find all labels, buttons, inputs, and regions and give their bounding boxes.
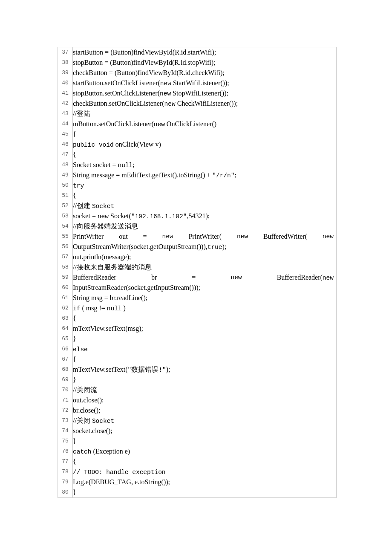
code-line: mTextView.setText("数据错误!"); [73,364,336,375]
line-number: 66 [58,344,72,354]
line-number: 51 [58,191,72,201]
code-line: startButton.setOnClickListener(new Start… [73,78,336,88]
code-line: { [73,313,336,324]
code-line: stopButton.setOnClickListener(new StopWi… [73,88,336,98]
line-number: 40 [58,78,72,88]
line-number: 43 [58,109,72,119]
line-number: 75 [58,436,72,446]
line-number: 79 [58,477,72,487]
code-line: out.close(); [73,395,336,405]
line-number: 42 [58,98,72,109]
line-number: 60 [58,283,72,293]
line-number: 53 [58,211,72,221]
code-line: startButton = (Button)findViewById(R.id.… [73,47,336,58]
line-number: 50 [58,180,72,191]
code-line: { [73,129,336,139]
line-number-gutter: 3738394041424344454647484950515253545556… [58,47,73,498]
code-line: if ( msg != null ) [73,303,336,313]
line-number: 73 [58,416,72,426]
code-line: out.println(message); [73,252,336,262]
line-number: 64 [58,324,72,334]
code-line: { [73,191,336,201]
code-line: String msg = br.readLine(); [73,293,336,303]
code-line: //创建 Socket [73,201,336,211]
code-line: catch (Exception e) [73,446,336,457]
code-line: OutputStreamWriter(socket.getOutputStrea… [73,242,336,252]
code-line: br.close(); [73,405,336,416]
line-number: 55 [58,231,72,242]
line-number: 57 [58,252,72,262]
code-line: checkButton.setOnClickListener(new Check… [73,98,336,109]
code-line: { [73,354,336,364]
code-line: //接收来自服务器端的消息 [73,262,336,272]
code-block: 3738394041424344454647484950515253545556… [58,47,337,498]
line-number: 71 [58,395,72,405]
code-line: { [73,150,336,160]
code-line: //关闭 Socket [73,416,336,426]
line-number: 44 [58,119,72,129]
line-number: 37 [58,47,72,58]
code-line: stopButton = (Button)findViewById(R.id.s… [73,58,336,68]
page: 3738394041424344454647484950515253545556… [0,0,392,532]
code-line: String message = mEditText.getText().toS… [73,170,336,180]
line-number: 47 [58,150,72,160]
code-line: else [73,344,336,354]
line-number: 68 [58,364,72,375]
code-line: Log.e(DEBUG_TAG, e.toString()); [73,477,336,487]
line-number: 65 [58,334,72,344]
line-number: 69 [58,375,72,385]
code-line: } [73,487,336,497]
code-content: startButton = (Button)findViewById(R.id.… [73,47,337,498]
code-line: mButton.setOnClickListener(new OnClickLi… [73,119,336,129]
code-line: //关闭流 [73,385,336,395]
code-line: BufferedReaderbr=newBufferedReader(new [73,272,336,283]
code-line: PrintWriterout=newPrintWriter(newBuffere… [73,231,336,242]
line-number: 49 [58,170,72,180]
code-line: { [73,457,336,467]
line-number: 39 [58,68,72,78]
code-line: socket.close(); [73,426,336,436]
line-number: 70 [58,385,72,395]
line-number: 76 [58,446,72,457]
line-number: 56 [58,242,72,252]
code-line: socket = new Socket("192.168.1.102",5432… [73,211,336,221]
line-number: 41 [58,88,72,98]
line-number: 80 [58,487,72,497]
code-line: checkButton = (Button)findViewById(R.id.… [73,68,336,78]
code-line: } [73,334,336,344]
line-number: 45 [58,129,72,139]
code-line: //登陆 [73,109,336,119]
line-number: 48 [58,160,72,170]
line-number: 77 [58,457,72,467]
code-line: public void onClick(View v) [73,139,336,150]
line-number: 54 [58,221,72,231]
line-number: 67 [58,354,72,364]
code-line: InputStreamReader(socket.getInputStream(… [73,283,336,293]
code-line: } [73,436,336,446]
line-number: 63 [58,313,72,324]
line-number: 52 [58,201,72,211]
line-number: 62 [58,303,72,313]
code-line: Socket socket = null; [73,160,336,170]
code-line: //向服务器端发送消息 [73,221,336,231]
line-number: 59 [58,272,72,283]
line-number: 78 [58,467,72,477]
line-number: 38 [58,58,72,68]
code-line: // TODO: handle exception [73,467,336,477]
line-number: 72 [58,405,72,416]
line-number: 74 [58,426,72,436]
code-line: try [73,180,336,191]
line-number: 58 [58,262,72,272]
line-number: 61 [58,293,72,303]
code-line: mTextView.setText(msg); [73,324,336,334]
code-line: } [73,375,336,385]
line-number: 46 [58,139,72,150]
